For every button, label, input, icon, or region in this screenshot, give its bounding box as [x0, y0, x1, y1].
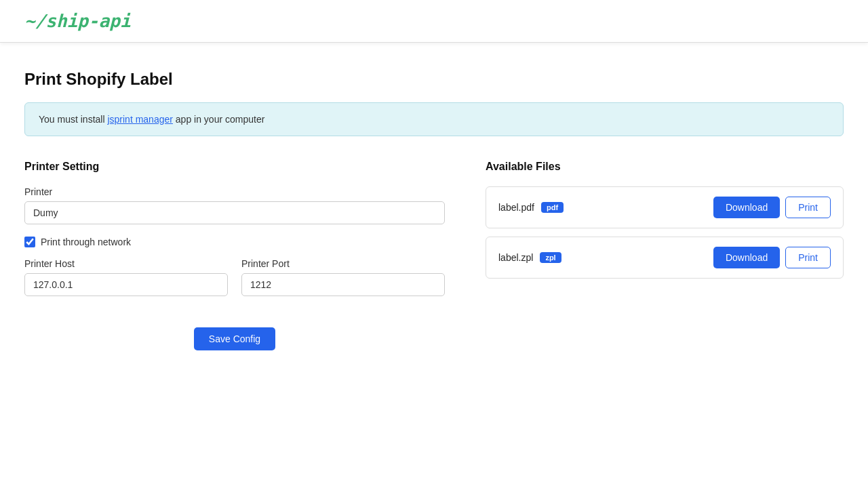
file-name: label.pdf — [498, 202, 534, 213]
printer-field-group: Printer — [24, 186, 445, 224]
download-button[interactable]: Download — [713, 197, 780, 218]
network-checkbox-label: Print through network — [41, 237, 131, 247]
file-item: label.zpl zpl Download Print — [486, 237, 844, 279]
save-config-button[interactable]: Save Config — [194, 327, 275, 350]
available-files-title: Available Files — [486, 161, 844, 173]
printer-host-group: Printer Host — [24, 258, 228, 296]
host-port-row: Printer Host Printer Port — [24, 258, 445, 308]
save-config-row: Save Config — [24, 327, 445, 350]
file-name: label.zpl — [498, 252, 533, 263]
printer-setting-title: Printer Setting — [24, 161, 445, 173]
printer-host-input[interactable] — [24, 273, 228, 296]
printer-label: Printer — [24, 186, 445, 197]
printer-port-group: Printer Port — [241, 258, 445, 296]
printer-port-input[interactable] — [241, 273, 445, 296]
network-checkbox-row: Print through network — [24, 237, 445, 247]
page-title: Print Shopify Label — [24, 70, 844, 89]
printer-input[interactable] — [24, 201, 445, 224]
file-actions: Download Print — [713, 247, 831, 268]
app-logo: ~/ship-api — [24, 11, 844, 31]
available-files-section: Available Files label.pdf pdf Download P… — [486, 161, 844, 350]
main-content: Print Shopify Label You must install jsp… — [0, 43, 868, 378]
jsprint-manager-link[interactable]: jsprint manager — [107, 114, 173, 125]
file-info: label.pdf pdf — [498, 202, 564, 213]
file-actions: Download Print — [713, 197, 831, 218]
download-button[interactable]: Download — [713, 247, 780, 268]
file-list: label.pdf pdf Download Print label.zpl z… — [486, 186, 844, 279]
print-button[interactable]: Print — [785, 247, 831, 268]
two-column-layout: Printer Setting Printer Print through ne… — [24, 161, 844, 350]
printer-port-label: Printer Port — [241, 258, 445, 269]
printer-setting-section: Printer Setting Printer Print through ne… — [24, 161, 445, 350]
info-text-before: You must install — [39, 114, 107, 125]
file-item: label.pdf pdf Download Print — [486, 186, 844, 228]
info-banner: You must install jsprint manager app in … — [24, 102, 844, 136]
file-info: label.zpl zpl — [498, 252, 561, 263]
file-badge: zpl — [540, 252, 561, 263]
print-button[interactable]: Print — [785, 197, 831, 218]
file-badge: pdf — [541, 202, 564, 213]
print-through-network-checkbox[interactable] — [24, 237, 35, 247]
app-header: ~/ship-api — [0, 0, 868, 43]
printer-host-label: Printer Host — [24, 258, 228, 269]
info-text-after: app in your computer — [173, 114, 264, 125]
